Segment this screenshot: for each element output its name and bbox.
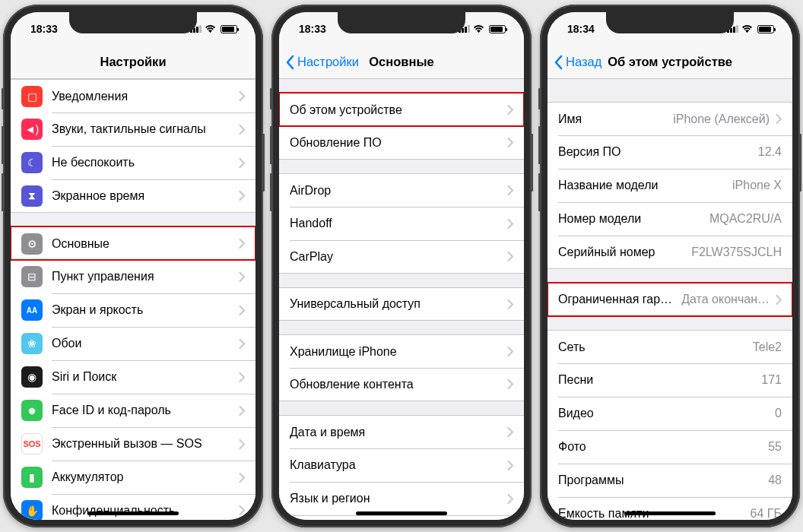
row-sos[interactable]: SOSЭкстренный вызов — SOS <box>11 427 256 461</box>
general-list[interactable]: Об этом устройствеОбновление ПО AirDropH… <box>279 79 524 520</box>
row-software-update[interactable]: Обновление ПО <box>279 126 524 160</box>
row-label: Хранилище iPhone <box>290 345 501 359</box>
chevron-right-icon <box>776 295 782 305</box>
chevron-right-icon <box>507 185 513 195</box>
chevron-right-icon <box>239 339 245 349</box>
row-label: Версия ПО <box>558 145 752 159</box>
back-button[interactable]: Назад <box>554 55 601 70</box>
row-label: Экстренный вызов — SOS <box>52 437 233 451</box>
row-siri[interactable]: ◉Siri и Поиск <box>11 360 256 394</box>
row-dictionary[interactable]: Словарь <box>279 515 524 520</box>
chevron-right-icon <box>507 461 513 470</box>
row-keyboard[interactable]: Клавиатура <box>279 448 524 482</box>
row-language[interactable]: Язык и регион <box>279 482 524 515</box>
row-display[interactable]: AAЭкран и яркость <box>11 293 256 327</box>
row-label: AirDrop <box>290 184 501 198</box>
home-indicator[interactable] <box>87 511 179 515</box>
row-battery[interactable]: ▮Аккумулятор <box>11 461 256 494</box>
row-serial[interactable]: Серийный номерF2LW375SJCLH <box>548 236 792 269</box>
back-button[interactable]: Настройки <box>285 55 359 70</box>
display-icon: AA <box>21 299 43 321</box>
row-videos[interactable]: Видео0 <box>548 397 792 430</box>
chevron-right-icon <box>507 427 513 437</box>
home-indicator[interactable] <box>624 511 716 515</box>
row-background-refresh[interactable]: Обновление контента <box>279 368 524 401</box>
row-sounds[interactable]: ◄)Звуки, тактильные сигналы <box>11 112 256 146</box>
row-apps[interactable]: Программы48 <box>548 464 792 497</box>
row-label: Сеть <box>558 340 747 354</box>
do-not-disturb-icon: ☾ <box>21 152 43 173</box>
row-value: Дата окончан… <box>681 293 770 306</box>
group-connectivity: AirDropHandoffCarPlay <box>279 173 524 274</box>
row-value: 171 <box>761 373 782 387</box>
row-label: Название модели <box>558 179 726 192</box>
row-warranty[interactable]: Ограниченная гарантияДата окончан… <box>548 283 792 316</box>
row-do-not-disturb[interactable]: ☾Не беспокоить <box>11 146 256 179</box>
chevron-right-icon <box>239 158 245 168</box>
row-label: Видео <box>558 407 769 420</box>
wifi-icon <box>205 23 216 35</box>
row-network[interactable]: СетьTele2 <box>548 330 792 363</box>
wifi-icon <box>473 23 484 35</box>
row-general[interactable]: ⚙Основные <box>11 226 256 260</box>
chevron-right-icon <box>239 505 245 515</box>
group-warranty: Ограниченная гарантияДата окончан… <box>548 283 792 316</box>
row-value: F2LW375SJCLH <box>691 245 782 259</box>
battery-icon <box>221 25 237 33</box>
phone-general: 18:33 Настройки Основные Об этом устройс… <box>271 5 532 527</box>
row-label: Дата и время <box>290 426 501 439</box>
row-storage[interactable]: Хранилище iPhone <box>279 334 524 368</box>
phone-settings: 18:33 Настройки ▢Уведомления◄)Звуки, так… <box>3 5 263 527</box>
row-face-id[interactable]: ☻Face ID и код-пароль <box>11 394 256 427</box>
row-notifications[interactable]: ▢Уведомления <box>11 79 256 112</box>
chevron-right-icon <box>239 272 245 282</box>
group-device-info: ИмяiPhone (Алексей)Версия ПО12.4Название… <box>548 102 792 269</box>
chevron-right-icon <box>239 372 245 382</box>
wallpaper-icon: ❀ <box>21 333 43 354</box>
row-label: Универсальный доступ <box>290 297 501 311</box>
battery-icon <box>489 25 506 33</box>
row-privacy[interactable]: ✋Конфиденциальность <box>11 494 256 520</box>
row-about[interactable]: Об этом устройстве <box>279 93 524 126</box>
row-accessibility[interactable]: Универсальный доступ <box>279 287 524 321</box>
row-capacity[interactable]: Емкость памяти64 ГБ <box>548 497 792 520</box>
row-model-name[interactable]: Название моделиiPhone X <box>548 169 792 202</box>
page-title: Основные <box>369 55 433 69</box>
row-model-number[interactable]: Номер моделиMQAC2RU/A <box>548 202 792 236</box>
row-label: Имя <box>558 112 667 126</box>
row-label: Handoff <box>290 217 501 230</box>
group-about: Об этом устройствеОбновление ПО <box>279 93 524 160</box>
sos-icon: SOS <box>21 433 43 454</box>
home-indicator[interactable] <box>356 511 447 515</box>
row-handoff[interactable]: Handoff <box>279 207 524 240</box>
page-title: Об этом устройстве <box>608 55 732 69</box>
phone-about: 18:34 Назад Об этом устройстве ИмяiPhone… <box>540 5 800 527</box>
row-version[interactable]: Версия ПО12.4 <box>548 135 792 169</box>
row-label: Face ID и код-пароль <box>52 404 233 417</box>
row-photos[interactable]: Фото55 <box>548 430 792 464</box>
group-stats: СетьTele2Песни171Видео0Фото55Программы48… <box>548 330 792 520</box>
row-songs[interactable]: Песни171 <box>548 363 792 397</box>
row-airdrop[interactable]: AirDrop <box>279 173 524 207</box>
row-wallpaper[interactable]: ❀Обои <box>11 327 256 360</box>
row-date-time[interactable]: Дата и время <box>279 415 524 448</box>
row-name[interactable]: ИмяiPhone (Алексей) <box>548 102 792 135</box>
row-label: Экран и яркость <box>52 303 233 317</box>
row-label: Программы <box>558 473 762 487</box>
row-label: Песни <box>558 373 755 387</box>
row-carplay[interactable]: CarPlay <box>279 240 524 274</box>
row-control-center[interactable]: ⊟Пункт управления <box>11 260 256 293</box>
row-label: Язык и регион <box>290 492 501 505</box>
chevron-right-icon <box>507 138 513 147</box>
group-accessibility: Универсальный доступ <box>279 287 524 321</box>
back-label: Настройки <box>297 55 359 69</box>
nav-bar: Настройки <box>11 46 256 79</box>
chevron-right-icon <box>239 306 245 315</box>
chevron-right-icon <box>507 347 513 356</box>
status-time: 18:33 <box>299 23 326 35</box>
settings-list[interactable]: ▢Уведомления◄)Звуки, тактильные сигналы☾… <box>11 79 256 520</box>
about-list[interactable]: ИмяiPhone (Алексей)Версия ПО12.4Название… <box>548 79 792 520</box>
row-label: Номер модели <box>558 212 703 226</box>
privacy-icon: ✋ <box>21 500 43 521</box>
row-screen-time[interactable]: ⧗Экранное время <box>11 179 256 213</box>
